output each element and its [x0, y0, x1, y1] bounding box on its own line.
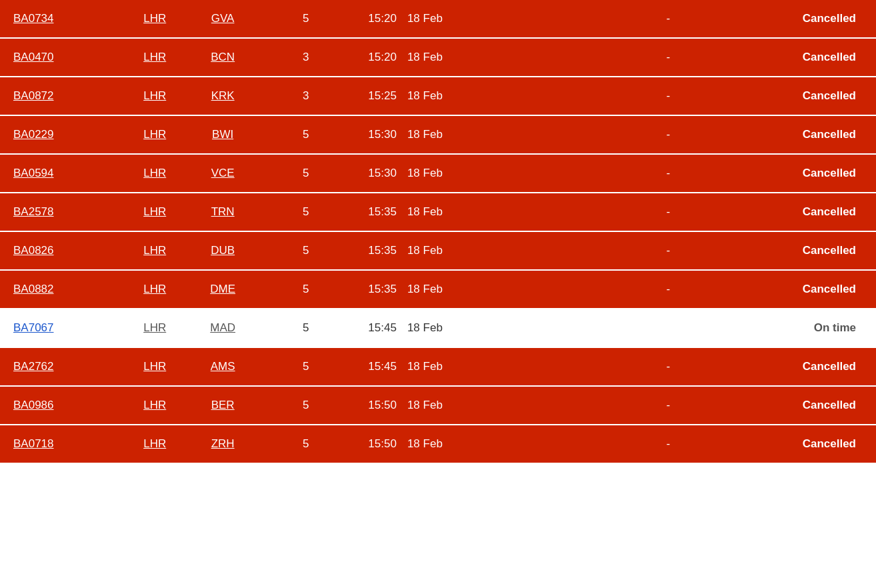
status-cell: Cancelled	[755, 425, 876, 463]
to-airport-link[interactable]: BER	[211, 399, 235, 411]
table-row: BA2578LHRTRN515:3518 Feb-Cancelled	[0, 193, 876, 231]
from-airport-link[interactable]: LHR	[143, 283, 166, 295]
departure-time: 15:30	[368, 167, 397, 180]
from-airport-link[interactable]: LHR	[143, 360, 166, 373]
to-airport-link[interactable]: MAD	[210, 321, 235, 334]
terminal-cell: 3	[257, 77, 355, 115]
departure-time: 15:50	[368, 399, 397, 412]
terminal-cell: 5	[257, 386, 355, 425]
to-airport-link[interactable]: KRK	[211, 89, 235, 102]
flight-number-link[interactable]: BA0882	[13, 283, 54, 295]
departure-date: 18 Feb	[407, 89, 443, 103]
table-row: BA0594LHRVCE515:3018 Feb-Cancelled	[0, 154, 876, 193]
table-row: BA0470LHRBCN315:2018 Feb-Cancelled	[0, 38, 876, 77]
table-row: BA0229LHRBWI515:3018 Feb-Cancelled	[0, 115, 876, 154]
terminal-cell: 5	[257, 0, 355, 38]
from-airport-link[interactable]: LHR	[143, 89, 166, 102]
flights-table: BA0734LHRGVA515:2018 Feb-CancelledBA0470…	[0, 0, 876, 464]
updated-cell: -	[581, 115, 755, 154]
from-airport-link[interactable]: LHR	[143, 399, 166, 411]
terminal-cell: 5	[257, 270, 355, 309]
time-date-cell: 15:4518 Feb	[355, 309, 581, 347]
to-airport-link[interactable]: GVA	[211, 12, 235, 25]
status-cell: Cancelled	[755, 386, 876, 425]
status-cell: Cancelled	[755, 77, 876, 115]
departure-time: 15:45	[368, 360, 397, 373]
from-airport-link[interactable]: LHR	[143, 12, 166, 25]
time-date-cell: 15:4518 Feb	[355, 347, 581, 386]
updated-cell	[581, 309, 755, 347]
updated-cell: -	[581, 425, 755, 463]
terminal-cell: 5	[257, 309, 355, 347]
time-date-cell: 15:2018 Feb	[355, 38, 581, 77]
time-date-cell: 15:3018 Feb	[355, 154, 581, 193]
time-date-cell: 15:5018 Feb	[355, 386, 581, 425]
time-date-cell: 15:5018 Feb	[355, 425, 581, 463]
terminal-cell: 3	[257, 38, 355, 77]
to-airport-link[interactable]: TRN	[211, 205, 235, 218]
from-airport-link[interactable]: LHR	[143, 321, 166, 334]
to-airport-link[interactable]: DUB	[211, 244, 235, 257]
time-date-cell: 15:3518 Feb	[355, 270, 581, 309]
status-cell: Cancelled	[755, 347, 876, 386]
departure-time: 15:35	[368, 283, 397, 296]
updated-cell: -	[581, 0, 755, 38]
departure-date: 18 Feb	[407, 128, 443, 141]
status-cell: Cancelled	[755, 231, 876, 270]
flight-number-link[interactable]: BA0826	[13, 244, 54, 257]
updated-cell: -	[581, 77, 755, 115]
flight-number-link[interactable]: BA0734	[13, 12, 54, 25]
from-airport-link[interactable]: LHR	[143, 128, 166, 141]
to-airport-link[interactable]: AMS	[211, 360, 235, 373]
departure-time: 15:20	[368, 51, 397, 64]
flight-number-link[interactable]: BA0986	[13, 399, 54, 411]
status-cell: Cancelled	[755, 154, 876, 193]
from-airport-link[interactable]: LHR	[143, 51, 166, 63]
departure-date: 18 Feb	[407, 360, 443, 373]
status-cell: On time	[755, 309, 876, 347]
to-airport-link[interactable]: DME	[210, 283, 235, 295]
departure-time: 15:35	[368, 244, 397, 257]
updated-cell: -	[581, 270, 755, 309]
terminal-cell: 5	[257, 154, 355, 193]
to-airport-link[interactable]: BCN	[211, 51, 235, 63]
table-row: BA0734LHRGVA515:2018 Feb-Cancelled	[0, 0, 876, 38]
departure-date: 18 Feb	[407, 321, 443, 335]
from-airport-link[interactable]: LHR	[143, 244, 166, 257]
flight-number-link[interactable]: BA0872	[13, 89, 54, 102]
table-row: BA2762LHRAMS515:4518 Feb-Cancelled	[0, 347, 876, 386]
departure-date: 18 Feb	[407, 283, 443, 296]
flight-number-link[interactable]: BA2762	[13, 360, 54, 373]
status-cell: Cancelled	[755, 115, 876, 154]
updated-cell: -	[581, 154, 755, 193]
flight-number-link[interactable]: BA2578	[13, 205, 54, 218]
from-airport-link[interactable]: LHR	[143, 205, 166, 218]
departure-date: 18 Feb	[407, 399, 443, 412]
departure-date: 18 Feb	[407, 244, 443, 257]
status-cell: Cancelled	[755, 38, 876, 77]
flight-number-link[interactable]: BA0718	[13, 437, 54, 450]
table-row: BA0826LHRDUB515:3518 Feb-Cancelled	[0, 231, 876, 270]
to-airport-link[interactable]: ZRH	[211, 437, 235, 450]
to-airport-link[interactable]: BWI	[212, 128, 233, 141]
departure-date: 18 Feb	[407, 12, 443, 25]
from-airport-link[interactable]: LHR	[143, 167, 166, 179]
flight-number-link[interactable]: BA0470	[13, 51, 54, 63]
terminal-cell: 5	[257, 115, 355, 154]
flight-number-link[interactable]: BA0229	[13, 128, 54, 141]
flight-number-link[interactable]: BA0594	[13, 167, 54, 179]
status-cell: Cancelled	[755, 270, 876, 309]
table-row: BA0872LHRKRK315:2518 Feb-Cancelled	[0, 77, 876, 115]
departure-time: 15:45	[368, 321, 397, 335]
departure-time: 15:20	[368, 12, 397, 25]
status-cell: Cancelled	[755, 0, 876, 38]
departure-date: 18 Feb	[407, 167, 443, 180]
flight-number-link[interactable]: BA7067	[13, 321, 54, 334]
updated-cell: -	[581, 38, 755, 77]
status-cell: Cancelled	[755, 193, 876, 231]
from-airport-link[interactable]: LHR	[143, 437, 166, 450]
departure-date: 18 Feb	[407, 437, 443, 451]
to-airport-link[interactable]: VCE	[211, 167, 235, 179]
departure-time: 15:25	[368, 89, 397, 103]
table-row: BA0986LHRBER515:5018 Feb-Cancelled	[0, 386, 876, 425]
